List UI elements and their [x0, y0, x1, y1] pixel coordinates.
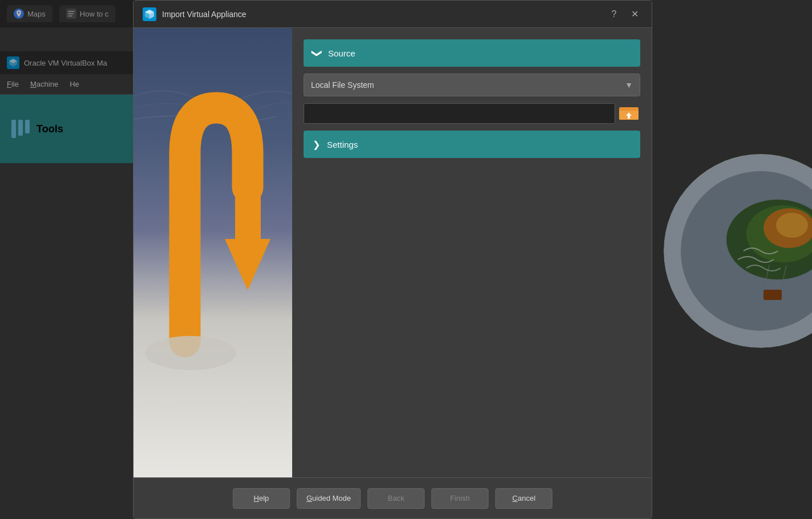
source-dropdown-container: Local File System ▼	[304, 74, 640, 96]
folder-icon	[619, 105, 639, 122]
dialog-close-button[interactable]: ✕	[627, 6, 643, 22]
dialog-titlebar: Import Virtual Appliance ? ✕	[134, 1, 652, 28]
file-input-row	[304, 103, 640, 124]
settings-chevron-right-icon: ❯	[313, 139, 320, 150]
finish-button[interactable]: Finish	[431, 488, 488, 509]
dialog-vbox-icon	[143, 7, 156, 21]
dropdown-selected-value: Local File System	[311, 80, 374, 90]
svg-marker-22	[225, 239, 270, 290]
arrow-illustration	[134, 28, 292, 456]
file-browse-button[interactable]	[617, 103, 640, 124]
svg-point-24	[145, 336, 236, 370]
source-chevron-down-icon: ❯	[311, 49, 324, 58]
import-appliance-dialog: Import Virtual Appliance ? ✕	[133, 0, 652, 519]
settings-label: Settings	[327, 140, 358, 149]
dialog-right-panel: ❯ Source Local File System ▼	[292, 28, 652, 477]
dialog-footer: Help Guided Mode Back Finish Cancel	[134, 477, 652, 518]
dialog-left-panel	[134, 28, 292, 477]
source-dropdown[interactable]: Local File System ▼	[304, 74, 640, 96]
dialog-help-button[interactable]: ?	[606, 6, 622, 22]
back-button[interactable]: Back	[367, 488, 425, 509]
file-path-input[interactable]	[304, 103, 615, 124]
source-label: Source	[328, 48, 355, 58]
help-button[interactable]: Help	[233, 488, 290, 509]
dialog-title-left: Import Virtual Appliance	[143, 7, 247, 21]
dropdown-arrow-icon: ▼	[625, 80, 633, 90]
dialog-body: ❯ Source Local File System ▼	[134, 28, 652, 477]
cancel-button[interactable]: Cancel	[495, 488, 552, 509]
guided-mode-button[interactable]: Guided Mode	[297, 488, 361, 509]
settings-section-header[interactable]: ❯ Settings	[304, 131, 640, 158]
source-section-header[interactable]: ❯ Source	[304, 39, 640, 67]
dialog-title-controls: ? ✕	[606, 6, 643, 22]
dialog-title-text: Import Virtual Appliance	[162, 10, 247, 19]
svg-rect-23	[235, 182, 261, 242]
